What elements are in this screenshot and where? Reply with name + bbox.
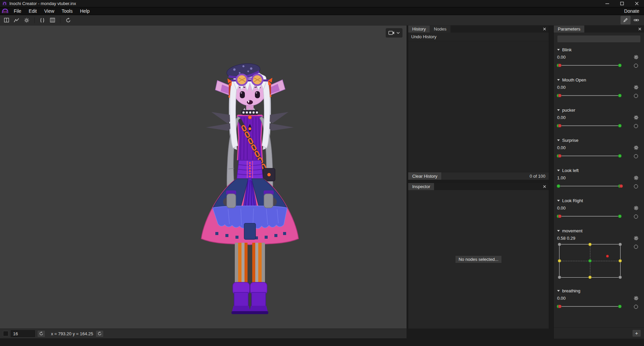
tab-history[interactable]: History xyxy=(408,25,430,33)
param-slider[interactable] xyxy=(557,212,621,221)
pad-corner-handle[interactable] xyxy=(619,276,622,279)
param-settings-button[interactable] xyxy=(634,55,639,60)
clear-history-button[interactable]: Clear History xyxy=(408,172,442,180)
refresh-zoom-button[interactable] xyxy=(37,330,45,337)
refresh-rotation-button[interactable] xyxy=(96,330,104,337)
slider-max-handle[interactable] xyxy=(618,94,622,98)
animation-curve-button[interactable] xyxy=(11,16,21,24)
parameter-header[interactable]: Mouth Open xyxy=(557,76,641,83)
pad-corner-handle[interactable] xyxy=(558,276,561,279)
split-view-button[interactable] xyxy=(47,16,57,24)
pad-axis-handle[interactable] xyxy=(588,243,592,246)
param-keyframe-button[interactable] xyxy=(634,305,638,309)
slider-max-handle[interactable] xyxy=(618,215,622,218)
parameter-card: Look left 1.00 xyxy=(557,167,641,191)
tab-parameters[interactable]: Parameters xyxy=(554,25,584,33)
panel-divider[interactable] xyxy=(549,25,553,346)
param-keyframe-button[interactable] xyxy=(634,184,638,188)
lighting-button[interactable] xyxy=(21,16,32,24)
parameter-header[interactable]: Look Right xyxy=(557,197,641,204)
param-settings-button[interactable] xyxy=(634,296,639,301)
slider-max-handle[interactable] xyxy=(618,64,622,67)
caret-down-icon xyxy=(557,109,560,111)
parameter-header[interactable]: Look left xyxy=(557,167,641,174)
parameter-search-input[interactable] xyxy=(557,37,640,42)
inspector-panel-close-button[interactable] xyxy=(540,183,549,190)
param-keyframe-button[interactable] xyxy=(634,64,638,68)
caret-down-icon xyxy=(557,230,560,232)
panel-toggle-button[interactable] xyxy=(1,16,11,24)
parameters-tabbar: Parameters xyxy=(554,25,644,33)
history-panel-close-button[interactable] xyxy=(540,25,549,33)
parameter-header[interactable]: movement xyxy=(557,227,641,234)
param-slider[interactable] xyxy=(557,121,621,130)
parameter-name: Blink xyxy=(562,47,572,52)
pad-axis-handle[interactable] xyxy=(558,259,561,263)
camera-view-button[interactable] xyxy=(386,28,402,38)
param-slider[interactable] xyxy=(557,181,621,191)
slider-value-handle[interactable] xyxy=(558,124,562,128)
pad-value-dot[interactable] xyxy=(606,254,609,257)
pad-axis-handle[interactable] xyxy=(588,276,592,279)
binding-button[interactable] xyxy=(631,16,641,24)
param-pad[interactable] xyxy=(559,244,621,278)
slider-value-handle[interactable] xyxy=(620,184,623,188)
brackets-button[interactable] xyxy=(37,16,47,24)
status-checkbox[interactable] xyxy=(3,331,8,336)
app-icon xyxy=(2,1,7,6)
donate-link[interactable]: Donate xyxy=(620,7,644,15)
reload-button[interactable] xyxy=(63,16,73,24)
param-keyframe-button[interactable] xyxy=(634,94,638,98)
param-settings-button[interactable] xyxy=(634,85,639,90)
parameters-panel-close-button[interactable] xyxy=(635,25,644,33)
menu-help[interactable]: Help xyxy=(76,7,93,15)
pad-axis-handle[interactable] xyxy=(619,259,622,263)
menu-file[interactable]: File xyxy=(10,7,25,15)
slider-value-handle[interactable] xyxy=(558,154,562,158)
tab-inspector[interactable]: Inspector xyxy=(408,183,434,190)
slider-value-handle[interactable] xyxy=(558,94,562,98)
slider-min-handle[interactable] xyxy=(557,184,560,188)
param-slider[interactable] xyxy=(557,151,621,161)
edit-mode-button[interactable] xyxy=(621,16,631,24)
tab-nodes[interactable]: Nodes xyxy=(430,25,450,33)
close-window-button[interactable] xyxy=(629,0,644,7)
pad-corner-handle[interactable] xyxy=(558,243,561,246)
zoom-input[interactable] xyxy=(11,330,35,337)
parameter-header[interactable]: breathing xyxy=(557,287,641,294)
maximize-button[interactable] xyxy=(614,0,629,7)
parameter-header[interactable]: pucker xyxy=(557,106,641,114)
menu-edit[interactable]: Edit xyxy=(25,7,41,15)
menu-tools[interactable]: Tools xyxy=(58,7,76,15)
slider-value-handle[interactable] xyxy=(558,64,562,67)
minimize-button[interactable] xyxy=(600,0,614,7)
param-slider[interactable] xyxy=(557,302,621,311)
slider-value-handle[interactable] xyxy=(558,215,562,218)
param-keyframe-button[interactable] xyxy=(634,245,638,249)
param-keyframe-button[interactable] xyxy=(634,124,638,128)
param-slider[interactable] xyxy=(557,91,621,100)
slider-max-handle[interactable] xyxy=(618,124,622,128)
param-keyframe-button[interactable] xyxy=(634,215,638,219)
slider-max-handle[interactable] xyxy=(618,305,622,308)
parameter-header[interactable]: Surprise xyxy=(557,136,641,144)
pad-center-handle[interactable] xyxy=(588,259,592,263)
add-parameter-button[interactable]: + xyxy=(632,330,641,337)
param-settings-button[interactable] xyxy=(634,175,639,180)
parameter-header[interactable]: Blink xyxy=(557,46,641,53)
param-settings-button[interactable] xyxy=(634,145,639,150)
param-slider[interactable] xyxy=(557,61,621,70)
viewport-canvas[interactable] xyxy=(0,25,407,329)
circle-icon xyxy=(634,245,638,249)
slider-max-handle[interactable] xyxy=(618,154,622,158)
menu-view[interactable]: View xyxy=(41,7,58,15)
circle-icon xyxy=(634,305,638,309)
pad-corner-handle[interactable] xyxy=(619,243,622,246)
slider-value-handle[interactable] xyxy=(558,305,562,308)
param-settings-button[interactable] xyxy=(634,206,639,211)
param-settings-button[interactable] xyxy=(634,115,639,120)
param-settings-button[interactable] xyxy=(634,236,639,241)
param-keyframe-button[interactable] xyxy=(634,154,638,158)
brackets-icon xyxy=(40,18,45,23)
undo-history-list[interactable] xyxy=(408,41,549,172)
